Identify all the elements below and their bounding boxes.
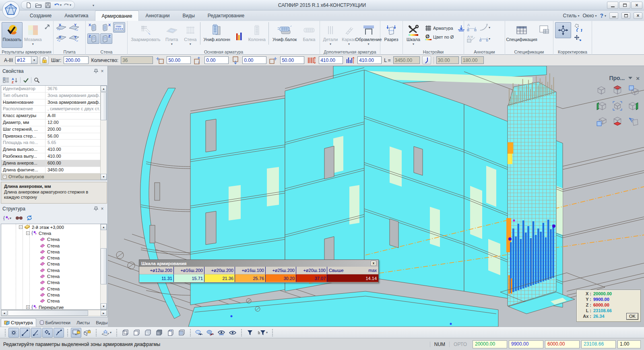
restore-button[interactable] — [619, 2, 630, 9]
snap-polyline-button[interactable] — [54, 328, 64, 338]
viewport-3d[interactable]: Про... × Шкала армирования x — [108, 66, 644, 327]
menu-style[interactable]: Стиль▾ — [563, 13, 579, 19]
property-row[interactable]: НаименованиеЗона армирования диаф... — [1, 99, 100, 106]
property-value[interactable]: 12.00 — [45, 119, 100, 126]
beam-button[interactable]: Балка — [300, 22, 318, 48]
property-row[interactable]: Разбежка выпу...410.00 — [1, 153, 100, 160]
view-wireframe-button[interactable] — [120, 328, 130, 338]
ok-button[interactable]: OK — [626, 313, 638, 320]
column-button[interactable]: Колонна — [246, 22, 268, 48]
column-mosaic-button[interactable] — [233, 29, 245, 43]
tree-item-wall[interactable]: Стена — [1, 255, 107, 261]
search-button[interactable] — [33, 76, 40, 84]
show-all-button[interactable] — [216, 328, 227, 338]
tree-item-wall[interactable]: Стена — [1, 292, 107, 298]
tree-item-wall[interactable]: Стена — [1, 286, 107, 292]
qty-input[interactable] — [121, 56, 153, 64]
minimize-button[interactable] — [607, 2, 618, 9]
doc-minimize-button[interactable] — [609, 12, 618, 19]
property-row[interactable]: Идентификатор3676 — [1, 86, 100, 93]
find-in-tree-button[interactable] — [14, 214, 24, 221]
view-grid-box-button[interactable] — [176, 328, 187, 338]
close-properties-icon[interactable]: × — [99, 68, 105, 74]
view-bottom-button[interactable] — [611, 114, 624, 129]
pin-icon[interactable] — [93, 206, 99, 212]
plate-bottom-x-button[interactable]: X — [55, 33, 67, 44]
property-row[interactable]: Длина выпуско...410.00 — [1, 146, 100, 153]
view-top-button[interactable] — [611, 83, 624, 97]
move-zone-button[interactable] — [555, 22, 571, 38]
property-row[interactable]: Привязка стер...56.00 — [1, 133, 100, 140]
tree-item-перекрытие[interactable]: +{Перекрытие — [1, 304, 107, 310]
len2-input[interactable] — [357, 56, 382, 64]
bend2-input[interactable] — [461, 56, 484, 64]
len1-input[interactable] — [319, 56, 343, 64]
property-row[interactable]: Длина анкеров...600.00 — [1, 160, 100, 167]
bend1-input[interactable] — [436, 56, 459, 64]
tree-item-wall[interactable]: Стена — [1, 273, 107, 279]
specification-button[interactable]: Спецификация — [507, 22, 537, 48]
tree-item-wall[interactable]: Стена — [1, 298, 107, 304]
wall-z1-button[interactable]: Z — [87, 33, 99, 44]
offset2-input[interactable] — [204, 56, 229, 64]
offset4-input[interactable] — [280, 56, 304, 64]
tree-item-wall[interactable]: Стена — [1, 267, 107, 273]
close-button[interactable]: × — [631, 2, 642, 9]
lock-button[interactable]: 1 — [40, 56, 49, 64]
sort-az-button[interactable]: AZ — [11, 76, 19, 84]
tab-annotacii[interactable]: Аннотации — [139, 10, 176, 21]
menu-help[interactable]: ?▾ — [600, 12, 606, 19]
snap-point-button[interactable] — [42, 328, 53, 338]
tab-vidy[interactable]: Виды — [176, 10, 201, 21]
view-left-button[interactable] — [594, 99, 608, 113]
view-back-button[interactable] — [627, 83, 640, 97]
annotation-size-button[interactable]: A — [466, 22, 478, 33]
property-value[interactable]: , симметричное с двух ст... — [45, 106, 100, 112]
collapse-icon[interactable] — [628, 76, 633, 80]
property-value[interactable]: Зона армирования диаф... — [45, 99, 100, 106]
wall-max-button[interactable]: max — [113, 22, 125, 33]
scale-panel-titlebar[interactable]: Шкала армирования x — [139, 260, 378, 267]
filter-button[interactable] — [245, 328, 255, 338]
view-right-button[interactable] — [627, 99, 640, 113]
app-logo-icon[interactable] — [2, 1, 20, 19]
property-value[interactable]: 56.00 — [45, 133, 100, 140]
details-button[interactable]: Детали▾ — [322, 22, 339, 48]
expand-toggle[interactable]: − — [19, 225, 23, 229]
wall-x1-button[interactable]: X — [87, 22, 99, 33]
property-value[interactable]: Зона армирования диаф... — [45, 93, 100, 99]
cage-button[interactable]: Каркас▾ — [340, 22, 358, 48]
annotation-spline-button[interactable]: ▾ — [479, 22, 491, 33]
tab-sozdanie[interactable]: Создание — [23, 10, 58, 21]
menu-window[interactable]: Окно▾ — [583, 13, 597, 19]
step-input[interactable] — [64, 56, 89, 64]
close-projections-icon[interactable]: × — [636, 75, 640, 82]
sheet-spec-button[interactable] — [537, 23, 551, 37]
expand-toggle[interactable]: + — [26, 305, 30, 309]
filter-rebar-button[interactable]: ▾ — [256, 328, 269, 338]
tab-libraries[interactable]: Библиотеки — [37, 318, 73, 327]
box-lock-button[interactable] — [82, 328, 93, 338]
property-value[interactable]: 5.65 — [45, 140, 100, 146]
rebar-settings-button[interactable]: Арматура — [423, 24, 455, 32]
plate-top-y-button[interactable]: Y — [68, 22, 80, 33]
show-selected-button[interactable] — [194, 328, 204, 338]
property-value[interactable]: 200.00 — [45, 126, 100, 133]
tab-redaktirovanie[interactable]: Редактирование — [201, 10, 251, 21]
framing-button[interactable]: Обрамление▾ — [359, 22, 378, 48]
move-nodes-button[interactable] — [572, 33, 584, 43]
show-results-button[interactable]: Показать — [2, 22, 23, 48]
expand-toggle[interactable]: − — [26, 231, 30, 235]
tree-item-wall[interactable]: Стена — [1, 249, 107, 255]
screen-lock-button[interactable] — [71, 328, 81, 338]
orto-indicator[interactable]: ОРТО — [449, 342, 471, 347]
replace-zone-button[interactable] — [572, 22, 584, 33]
rebar-wall-button[interactable]: Стена▾ — [182, 22, 199, 48]
property-row[interactable]: Тип объектаЗона армирования диаф... — [1, 93, 100, 99]
group-mode-button[interactable]: {▾ — [2, 214, 13, 221]
plate-bottom-y-button[interactable]: Y — [68, 33, 80, 44]
snap-angle-button[interactable] — [31, 328, 41, 338]
property-value[interactable]: 3450.00 — [45, 167, 100, 173]
property-row[interactable]: Площадь на по...5.65 — [1, 140, 100, 146]
num-indicator[interactable]: NUM — [430, 342, 449, 347]
